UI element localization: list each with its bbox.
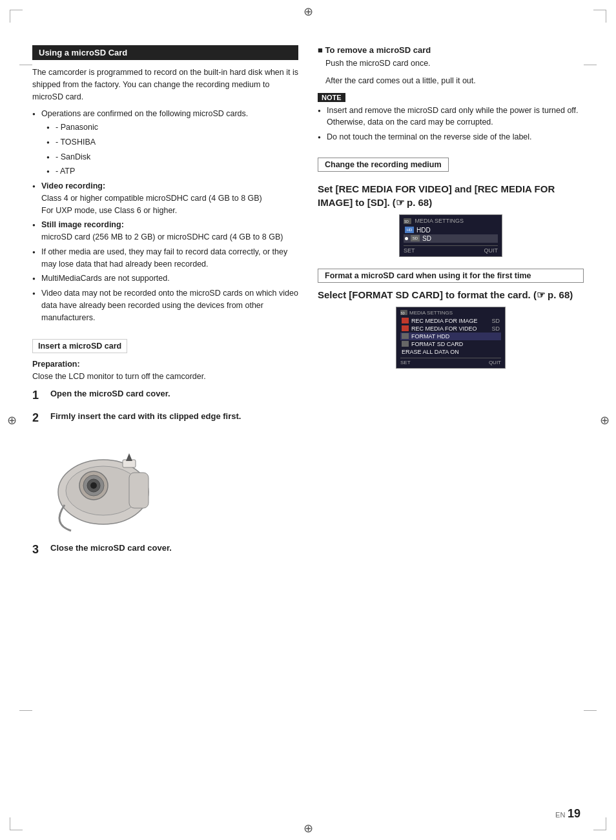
screen2-rec-video-value: SD bbox=[491, 325, 500, 332]
note-bullets: Insert and remove the microSD card only … bbox=[318, 105, 584, 143]
prep-label: Preparation: Close the LCD monitor to tu… bbox=[32, 358, 298, 383]
svg-rect-6 bbox=[129, 473, 149, 508]
screen1-title: SD MEDIA SETTINGS bbox=[404, 218, 498, 224]
hdd-icon: HD bbox=[405, 227, 414, 233]
screen1-footer-left: SET bbox=[404, 247, 415, 254]
side-line-left-top bbox=[19, 65, 32, 65]
screen2-erase-label: ERASE ALL DATA ON bbox=[402, 349, 459, 355]
svg-text:SD: SD bbox=[401, 312, 406, 315]
note-box: NOTE Insert and remove the microSD card … bbox=[318, 92, 584, 143]
corner-mark-br bbox=[593, 817, 606, 830]
svg-text:SD: SD bbox=[404, 220, 409, 223]
right-column: ■ To remove a microSD card Push the micr… bbox=[318, 45, 584, 565]
video-recording-text: Class 4 or higher compatible microSDHC c… bbox=[41, 194, 262, 215]
format-heading: Select [FORMAT SD CARD] to format the ca… bbox=[318, 288, 584, 302]
screen2-row-erase: ERASE ALL DATA ON bbox=[400, 348, 501, 356]
screen2-rec-video-label: REC MEDIA FOR VIDEO bbox=[411, 325, 477, 332]
side-line-right-top bbox=[584, 65, 597, 65]
step-3-text: Close the microSD card cover. bbox=[50, 542, 298, 554]
step-1-num: 1 bbox=[32, 388, 45, 403]
brand-atp: - ATP bbox=[46, 165, 298, 178]
crosshair-top: ⊕ bbox=[302, 5, 314, 18]
video-recording-label: Video recording: bbox=[41, 181, 105, 190]
brand-sandisk: - SanDisk bbox=[46, 151, 298, 163]
note-bullet-1: Insert and remove the microSD card only … bbox=[318, 105, 584, 129]
bullet-other-media: If other media are used, they may fail t… bbox=[32, 246, 298, 271]
change-recording-heading: Set [REC MEDIA FOR VIDEO] and [REC MEDIA… bbox=[318, 182, 584, 209]
svg-point-5 bbox=[90, 482, 97, 489]
crosshair-right: ⊕ bbox=[598, 414, 611, 427]
screen1-row-hdd: HD HDD bbox=[404, 226, 498, 234]
screen1-sd-label: SD bbox=[422, 235, 431, 242]
camera-illustration bbox=[45, 440, 161, 534]
page-container: ⊕ ⊕ ⊕ ⊕ Using a microSD Card The camcord… bbox=[0, 0, 616, 840]
screen1-footer-right: QUIT bbox=[484, 247, 498, 254]
corner-mark-tl bbox=[10, 10, 23, 23]
en-label: EN bbox=[555, 811, 565, 819]
screen2-icon: SD bbox=[400, 310, 407, 315]
format-sd-icon-sq bbox=[402, 341, 409, 347]
bullet-still-recording: Still image recording: microSD card (256… bbox=[32, 219, 298, 243]
step-2-num: 2 bbox=[32, 411, 45, 425]
section-using-microsd-header: Using a microSD Card bbox=[32, 45, 298, 60]
step-1: 1 Open the microSD card cover. bbox=[32, 388, 298, 403]
format-hdd-icon-sq bbox=[402, 333, 409, 339]
bullet-confirmed: Operations are confirmed on the followin… bbox=[32, 108, 298, 178]
intro-text: The camcorder is programmed to record on… bbox=[32, 67, 298, 103]
brand-sub-list: - Panasonic - TOSHIBA - SanDisk - ATP bbox=[41, 121, 298, 178]
sd-icon: SD bbox=[411, 235, 420, 241]
still-recording-label: Still image recording: bbox=[41, 220, 124, 229]
screen2-rec-image-label: REC MEDIA FOR IMAGE bbox=[411, 318, 478, 324]
prep-text: Close the LCD monitor to turn off the ca… bbox=[32, 372, 206, 381]
page-number-area: EN 19 bbox=[555, 807, 580, 821]
step-2-text: Firmly insert the card with its clipped … bbox=[50, 411, 298, 422]
screen1-footer: SET QUIT bbox=[404, 245, 498, 254]
screen2-footer-left: SET bbox=[400, 360, 411, 365]
step-3-num: 3 bbox=[32, 542, 45, 557]
to-remove-line1: Push the microSD card once. bbox=[318, 57, 584, 70]
screen2-format-sd-label: FORMAT SD CARD bbox=[411, 341, 463, 347]
still-recording-text: microSD card (256 MB to 2 GB) or microSD… bbox=[41, 232, 283, 241]
brand-panasonic: - Panasonic bbox=[46, 121, 298, 134]
prep-label-text: Preparation: bbox=[32, 360, 80, 369]
to-remove-heading: ■ To remove a microSD card bbox=[318, 45, 584, 55]
screen-mockup-1: SD MEDIA SETTINGS HD HDD SD SD SET QUIT bbox=[399, 214, 502, 257]
step-1-text: Open the microSD card cover. bbox=[50, 388, 298, 400]
corner-mark-bl bbox=[10, 817, 23, 830]
note-label: NOTE bbox=[318, 93, 345, 102]
bullet-video-data: Video data may not be recorded onto the … bbox=[32, 287, 298, 323]
screen-mockup-2: SD MEDIA SETTINGS REC MEDIA FOR IMAGE SD… bbox=[396, 307, 506, 369]
corner-mark-tr bbox=[593, 10, 606, 23]
screen1-row-sd: SD SD bbox=[404, 234, 498, 243]
side-line-left-bottom bbox=[19, 710, 32, 711]
crosshair-left: ⊕ bbox=[5, 414, 18, 427]
crosshair-bottom: ⊕ bbox=[302, 822, 314, 835]
screen2-footer: SET QUIT bbox=[400, 358, 501, 365]
note-bullet-2: Do not touch the terminal on the reverse… bbox=[318, 131, 584, 143]
screen2-format-hdd-label: FORMAT HDD bbox=[411, 333, 449, 340]
screen2-row-video: REC MEDIA FOR VIDEO SD bbox=[400, 325, 501, 333]
svg-marker-8 bbox=[126, 453, 132, 461]
screen2-row-format-sd: FORMAT SD CARD bbox=[400, 340, 501, 348]
screen2-rec-image-value: SD bbox=[491, 318, 500, 324]
screen2-footer-right: QUIT bbox=[489, 360, 501, 365]
to-remove-line2: After the card comes out a little, pull … bbox=[318, 75, 584, 87]
bullet-video-recording: Video recording: Class 4 or higher compa… bbox=[32, 180, 298, 216]
screen2-title-row: SD MEDIA SETTINGS bbox=[400, 310, 501, 316]
change-recording-medium-header: Change the recording medium bbox=[318, 158, 449, 172]
left-column: Using a microSD Card The camcorder is pr… bbox=[32, 45, 298, 565]
screen2-row-image: REC MEDIA FOR IMAGE SD bbox=[400, 317, 501, 325]
insert-microsd-header: Insert a microSD card bbox=[32, 339, 127, 353]
video-icon-sq bbox=[402, 325, 409, 331]
screen1-hdd-label: HDD bbox=[416, 227, 431, 234]
format-microsd-header: Format a microSD card when using it for … bbox=[318, 269, 584, 283]
page-num-display: 19 bbox=[568, 807, 580, 820]
active-dot bbox=[405, 237, 408, 240]
side-line-right-bottom bbox=[584, 710, 597, 711]
screen2-title: MEDIA SETTINGS bbox=[409, 310, 453, 316]
camera-icon-sq bbox=[402, 318, 409, 323]
screen2-row-format-hdd: FORMAT HDD bbox=[400, 333, 501, 340]
brand-toshiba: - TOSHIBA bbox=[46, 136, 298, 149]
microsd-bullet-list: Operations are confirmed on the followin… bbox=[32, 108, 298, 323]
step-2: 2 Firmly insert the card with its clippe… bbox=[32, 411, 298, 425]
